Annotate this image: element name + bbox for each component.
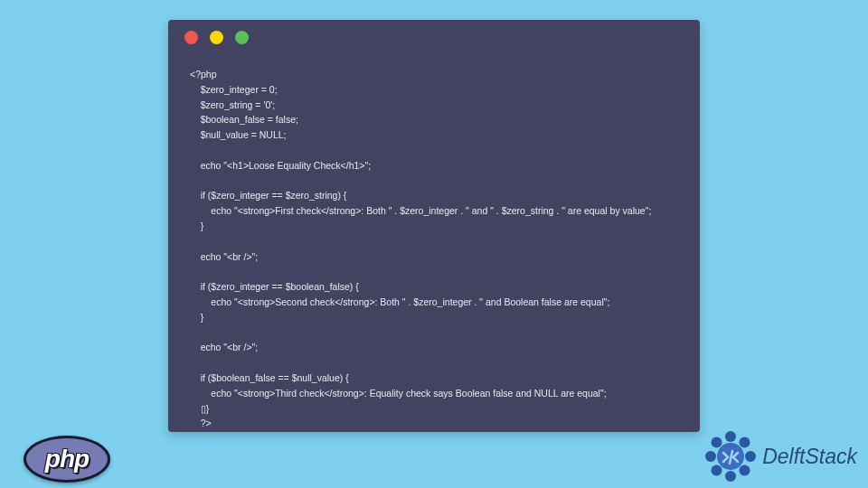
maximize-icon bbox=[235, 31, 249, 44]
delftstack-icon bbox=[704, 430, 757, 483]
php-logo-text: php bbox=[45, 445, 89, 474]
window-title-bar bbox=[168, 20, 700, 54]
svg-point-7 bbox=[712, 437, 722, 448]
svg-point-1 bbox=[740, 437, 750, 448]
svg-point-6 bbox=[705, 451, 716, 462]
delftstack-logo-text: DelftStack bbox=[762, 445, 857, 469]
minimize-icon bbox=[210, 31, 223, 44]
svg-point-3 bbox=[740, 465, 750, 476]
svg-point-4 bbox=[725, 471, 736, 482]
code-content: <?php $zero_integer = 0; $zero_string = … bbox=[168, 54, 700, 444]
code-window: <?php $zero_integer = 0; $zero_string = … bbox=[168, 20, 700, 432]
svg-point-2 bbox=[745, 451, 756, 462]
php-logo: php bbox=[24, 436, 110, 483]
svg-point-5 bbox=[712, 465, 722, 476]
delftstack-logo: DelftStack bbox=[704, 430, 857, 483]
close-icon bbox=[184, 31, 198, 44]
svg-point-0 bbox=[725, 431, 736, 442]
